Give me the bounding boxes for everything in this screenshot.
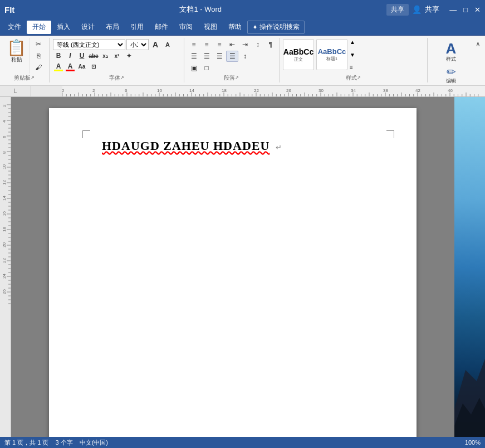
font-size-inc-button[interactable]: A (150, 40, 161, 50)
maximize-button[interactable]: □ (463, 6, 468, 14)
align-left-button[interactable]: ☰ (188, 51, 200, 62)
border-button[interactable]: □ (200, 62, 213, 74)
font-group: 等线 (西文正文) 小二 A A B I U abc x₂ x² ✦ (51, 38, 184, 82)
menu-item-review[interactable]: 审阅 (174, 21, 198, 34)
font-label: 字体 ↗ (53, 74, 182, 82)
styles-big-button[interactable]: A 样式 (439, 40, 463, 64)
paste-label: 粘贴 (11, 56, 22, 64)
share-icon: 👤 (412, 5, 422, 14)
edit-label: 编辑 (446, 77, 456, 85)
title-right: 共享 👤 共享 — □ ✕ (386, 4, 481, 16)
paste-button[interactable]: 📋 粘贴 (3, 38, 30, 74)
styles-expand-icon[interactable]: ↗ (357, 75, 362, 81)
subscript-button[interactable]: x₂ (100, 51, 111, 61)
font-expand-icon[interactable]: ↗ (120, 75, 126, 81)
styles-a-label: 样式 (446, 56, 456, 63)
incr-indent-button[interactable]: ⇥ (239, 39, 251, 50)
align-center-button[interactable]: ☰ (200, 51, 213, 62)
styles-a-icon: A (446, 41, 457, 56)
editing-group: A 样式 ✏ 编辑 编辑 (429, 38, 473, 82)
close-button[interactable]: ✕ (474, 6, 481, 14)
decr-indent-button[interactable]: ⇤ (226, 39, 238, 50)
ribbon: 📋 粘贴 ✂ ⎘ 🖌 剪贴板 ↗ (0, 36, 485, 86)
menu-item-layout[interactable]: 布局 (100, 21, 125, 34)
font-color-button[interactable]: A (65, 61, 76, 71)
bold-button[interactable]: B (53, 51, 64, 61)
share-button[interactable]: 共享 (386, 4, 409, 16)
sort-button[interactable]: ↕ (252, 39, 264, 50)
menu-item-references[interactable]: 引用 (125, 21, 149, 34)
right-panel (454, 97, 485, 437)
show-hide-button[interactable]: ¶ (264, 39, 277, 50)
title-bar: FIt 文档1 - Word 共享 👤 共享 — □ ✕ (0, 0, 485, 19)
clipboard-expand-icon[interactable]: ↗ (31, 75, 36, 81)
clear-format-button[interactable]: ✦ (123, 51, 134, 61)
collapse-ribbon-button[interactable]: ∧ (474, 38, 482, 50)
minimize-button[interactable]: — (449, 6, 457, 14)
menu-item-mail[interactable]: 邮件 (149, 21, 174, 34)
font-name-select[interactable]: 等线 (西文正文) (53, 39, 125, 50)
ruler-left-marker: L (0, 86, 31, 96)
paragraph-expand-icon[interactable]: ↗ (235, 75, 241, 81)
styles-label: 样式 ↗ (283, 74, 425, 82)
align-right-button[interactable]: ☰ (213, 51, 226, 62)
menu-item-insert[interactable]: 插入 (51, 21, 76, 34)
document-text[interactable]: HDAUGD ZAHEU HDADEU (102, 139, 270, 153)
word-count: 3 个字 (55, 439, 72, 447)
num-list-button[interactable]: ≡ (200, 39, 213, 50)
menu-item-search[interactable]: ✦ 操作说明搜索 (247, 21, 305, 34)
line-spacing-button[interactable]: ↕ (239, 51, 251, 62)
menu-item-help[interactable]: 帮助 (223, 21, 247, 34)
paragraph-mark: ↵ (276, 143, 282, 152)
style-normal[interactable]: AaBbCc 正文 (283, 39, 314, 70)
bullet-list-button[interactable]: ≡ (188, 39, 200, 50)
underline-button[interactable]: U (76, 51, 87, 61)
corner-mark-tr (386, 130, 394, 138)
language: 中文(中国) (80, 439, 108, 447)
text-highlight-button[interactable]: A (53, 61, 64, 71)
strikethrough-button[interactable]: abc (88, 51, 99, 61)
search-icon: ✦ (252, 23, 258, 31)
case-button[interactable]: Aa (76, 61, 87, 71)
scenery-svg (454, 270, 485, 437)
multilevel-list-button[interactable]: ≡ (213, 39, 226, 50)
collapse-icon: ∧ (476, 40, 481, 48)
paragraph-group: ≡ ≡ ≡ ⇤ ⇥ ↕ ¶ ☰ ☰ ☰ ☰ ↕ ▣ (185, 38, 280, 82)
menu-item-home[interactable]: 开始 (27, 21, 51, 34)
menu-item-view[interactable]: 视图 (198, 21, 223, 34)
share-label[interactable]: 共享 (425, 4, 439, 14)
paste-icon: 📋 (7, 40, 26, 56)
justify-button[interactable]: ☰ (226, 51, 238, 62)
edit-button[interactable]: ✏ 编辑 (439, 65, 463, 86)
vertical-ruler (0, 97, 11, 437)
char-spacing-button[interactable]: ⊡ (88, 61, 99, 71)
document-page: HDAUGD ZAHEU HDADEU ↵ (49, 108, 417, 437)
app-name: FIt (4, 5, 14, 14)
file-name: 文档1 - Word (179, 5, 222, 13)
font-size-select[interactable]: 小二 (126, 39, 149, 50)
font-size-dec-button[interactable]: A (162, 40, 173, 50)
styles-group: AaBbCc 正文 AaBbCc 标题1 ▲ ▼ ≡ 样式 ↗ (281, 38, 428, 82)
edit-icon: ✏ (447, 66, 456, 77)
zoom-level: 100% (465, 439, 481, 446)
horizontal-ruler (62, 86, 485, 97)
document-area[interactable]: HDAUGD ZAHEU HDADEU ↵ (11, 97, 454, 437)
cut-button[interactable]: ✂ (32, 39, 45, 50)
styles-expand-button[interactable]: ▲ ▼ ≡ (350, 39, 355, 70)
document-content[interactable]: HDAUGD ZAHEU HDADEU ↵ (102, 139, 375, 153)
menu-item-design[interactable]: 设计 (76, 21, 100, 34)
shading-button[interactable]: ▣ (188, 62, 200, 74)
style-heading1[interactable]: AaBbCc 标题1 (316, 39, 347, 70)
menu-bar: 文件 开始 插入 设计 布局 引用 邮件 审阅 视图 帮助 ✦ 操作说明搜索 (0, 19, 485, 36)
page-info: 第 1 页，共 1 页 (4, 439, 48, 447)
italic-button[interactable]: I (65, 51, 76, 61)
copy-button[interactable]: ⎘ (32, 51, 45, 61)
format-painter-button[interactable]: 🖌 (32, 62, 45, 72)
title-left: FIt (4, 5, 14, 14)
paragraph-label: 段落 ↗ (188, 74, 277, 82)
clipboard-group: 📋 粘贴 ✂ ⎘ 🖌 剪贴板 ↗ (3, 38, 50, 82)
menu-item-file[interactable]: 文件 (2, 21, 27, 34)
window-title: 文档1 - Word (14, 4, 386, 14)
superscript-button[interactable]: x² (111, 51, 123, 61)
corner-mark-tl (82, 130, 90, 138)
